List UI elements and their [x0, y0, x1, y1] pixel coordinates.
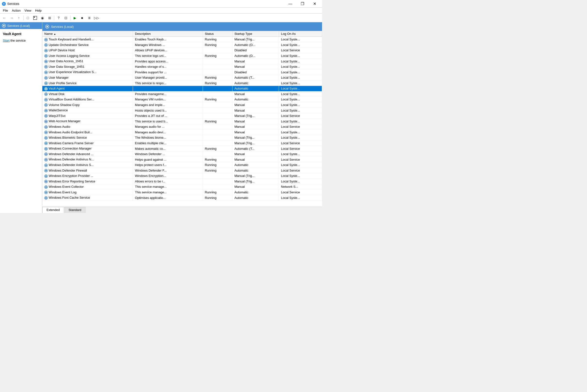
stop-button[interactable]: ■	[79, 14, 86, 21]
svg-rect-3	[34, 17, 35, 18]
right-panel: Services (Local) Name ▲ Description Stat…	[42, 22, 322, 213]
table-row[interactable]: Volume Shadow Copy Manages and imple... …	[42, 102, 322, 108]
scope-button[interactable]	[32, 14, 39, 21]
svc-logon: Local Syste...	[279, 173, 322, 179]
table-row[interactable]: User Profile Service This service is res…	[42, 80, 322, 86]
back-button[interactable]: ←	[1, 14, 8, 21]
table-row[interactable]: WalletService Hosts objects used b... Ma…	[42, 108, 322, 113]
table-row[interactable]: VirtualBox Guest Additions Ser... Manage…	[42, 97, 322, 102]
refresh-button[interactable]: ◉	[39, 14, 46, 21]
properties-button[interactable]: ⊡	[63, 14, 69, 21]
menu-action[interactable]: Action	[10, 8, 23, 13]
tab-extended[interactable]: Extended	[42, 207, 64, 213]
svc-startup: Automatic (D...	[232, 53, 279, 58]
table-row[interactable]: Windows Event Collector This service man…	[42, 184, 322, 190]
table-row[interactable]: Windows Audio Manages audio for ... Manu…	[42, 124, 322, 130]
table-row[interactable]: Windows Defender Firewall Windows Defend…	[42, 168, 322, 173]
table-row[interactable]: Touch Keyboard and Handwrit... Enables T…	[42, 37, 322, 42]
menu-help[interactable]: Help	[33, 8, 44, 13]
svc-name: Windows Camera Frame Server	[42, 140, 133, 146]
svc-status	[203, 102, 232, 108]
svc-status: Running	[203, 157, 232, 162]
restart-button[interactable]: ▷▷	[93, 14, 100, 21]
col-description[interactable]: Description	[133, 31, 203, 37]
svc-name: User Manager	[42, 75, 133, 80]
table-row[interactable]: Vault Agent Automatic Local Syste...	[42, 86, 322, 92]
svc-description: Windows Encryption...	[133, 173, 203, 179]
export-button[interactable]: ⊞	[46, 14, 53, 21]
minimize-button[interactable]: —	[285, 0, 296, 8]
table-row[interactable]: Windows Encryption Provider ... Windows …	[42, 173, 322, 179]
forward-button[interactable]: →	[8, 14, 15, 21]
svc-startup: Automatic	[232, 97, 279, 102]
svc-description: User Manager provid...	[133, 75, 203, 80]
svc-startup: Automatic	[232, 86, 279, 92]
table-row[interactable]: User Access Logging Service This service…	[42, 53, 322, 58]
svc-name: Windows Event Log	[42, 190, 133, 195]
svc-logon: Local Syste...	[279, 151, 322, 157]
table-row[interactable]: Windows Biometric Service The Windows bi…	[42, 135, 322, 140]
table-row[interactable]: Windows Defender Advanced ... Windows De…	[42, 151, 322, 157]
svc-logon: Local Syste...	[279, 58, 322, 64]
table-row[interactable]: User Manager User Manager provid... Runn…	[42, 75, 322, 80]
svc-startup: Manual (Trig...	[232, 113, 279, 118]
services-table-container[interactable]: Name ▲ Description Status Startup Type L…	[42, 31, 322, 207]
svg-point-43	[45, 132, 47, 133]
svg-point-1	[4, 4, 4, 4]
svc-description: Hosts objects used b...	[133, 108, 203, 113]
left-panel-title: Services (Local)	[7, 24, 30, 28]
close-button[interactable]: ✕	[309, 0, 320, 8]
table-row[interactable]: Windows Connection Manager Makes automat…	[42, 146, 322, 152]
menu-view[interactable]: View	[23, 8, 33, 13]
svc-description: Provides manageme...	[133, 91, 203, 97]
svc-status	[203, 173, 232, 179]
up-button[interactable]: ↑	[16, 14, 22, 21]
svc-logon: Local Syste...	[279, 130, 322, 135]
svc-startup: Automatic (T...	[232, 146, 279, 152]
table-row[interactable]: Windows Error Reporting Service Allows e…	[42, 178, 322, 184]
svc-startup: Manual	[232, 130, 279, 135]
help-button[interactable]: ?	[55, 14, 62, 21]
table-row[interactable]: User Data Access_1f451 Provides apps acc…	[42, 58, 322, 64]
table-row[interactable]: Update Orchestrator Service Manages Wind…	[42, 42, 322, 48]
table-row[interactable]: Windows Defender Antivirus N... Helps gu…	[42, 157, 322, 162]
svg-point-41	[45, 126, 47, 128]
menu-file[interactable]: File	[1, 8, 10, 13]
svc-status	[203, 48, 232, 53]
table-row[interactable]: WarpJITSvc Provides a JIT out of ... Man…	[42, 113, 322, 118]
table-row[interactable]: UPnP Device Host Allows UPnP devices... …	[42, 48, 322, 53]
table-row[interactable]: Windows Camera Frame Server Enables mult…	[42, 140, 322, 146]
svc-logon: Local Syste...	[279, 118, 322, 124]
pause-button[interactable]: ⏸	[86, 14, 93, 21]
col-logon[interactable]: Log On As	[279, 31, 322, 37]
table-row[interactable]: User Data Storage_1f451 Handles storage …	[42, 64, 322, 70]
table-row[interactable]: User Experience Virtualization S... Prov…	[42, 70, 322, 75]
table-row[interactable]: Windows Defender Antivirus S... Helps pr…	[42, 162, 322, 168]
svc-description: Manages audio devi...	[133, 130, 203, 135]
svc-name: Windows Event Collector	[42, 184, 133, 190]
svc-startup: Manual	[232, 118, 279, 124]
tab-standard[interactable]: Standard	[64, 207, 86, 213]
svc-startup: Automatic	[232, 168, 279, 173]
table-row[interactable]: Windows Event Log This service manage...…	[42, 190, 322, 195]
svc-startup: Manual	[232, 91, 279, 97]
right-panel-title: Services (Local)	[51, 25, 74, 28]
table-row[interactable]: Windows Font Cache Service Optimises app…	[42, 195, 322, 200]
svc-startup: Manual (Trig...	[232, 135, 279, 140]
table-row[interactable]: Virtual Disk Provides manageme... Manual…	[42, 91, 322, 97]
col-name[interactable]: Name ▲	[42, 31, 133, 37]
table-row[interactable]: Windows Audio Endpoint Buil... Manages a…	[42, 130, 322, 135]
start-service-link[interactable]: Start	[3, 39, 10, 42]
separator-1	[23, 16, 24, 20]
svc-startup: Manual	[232, 184, 279, 190]
table-row[interactable]: Web Account Manager This service is used…	[42, 118, 322, 124]
restore-button[interactable]: ❒	[297, 0, 308, 8]
svc-status	[203, 58, 232, 64]
svc-logon: Local Syste...	[279, 162, 322, 168]
start-button[interactable]: ▶	[72, 14, 78, 21]
col-startup[interactable]: Startup Type	[232, 31, 279, 37]
show-hide-button[interactable]: □	[25, 14, 31, 21]
col-status[interactable]: Status	[203, 31, 232, 37]
left-panel: Services (Local) Vault Agent Start the s…	[0, 22, 42, 213]
svc-logon: Local Syste...	[279, 195, 322, 200]
